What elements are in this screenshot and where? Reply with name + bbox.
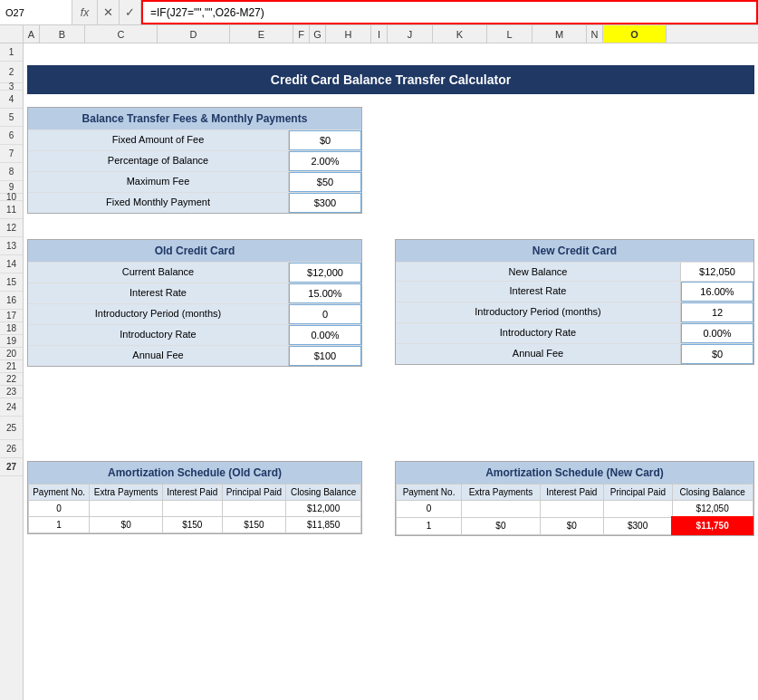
col-header-e[interactable]: E [230, 25, 293, 43]
row-10[interactable]: 10 [0, 194, 23, 201]
col-header-k[interactable]: K [433, 25, 487, 43]
row-17[interactable]: 17 [0, 310, 23, 322]
row-25[interactable]: 25 [0, 417, 23, 440]
amort-old-col-headers: Payment No. Extra Payments Interest Paid… [29, 484, 361, 501]
balance-value-2[interactable]: $50 [289, 172, 361, 192]
amort-old-r0-payment: 0 [29, 501, 90, 517]
old-card-label-3: Introductory Rate [28, 325, 289, 345]
row-21[interactable]: 21 [0, 360, 23, 373]
amort-new-row-1: 1 $0 $0 $300 $11,750 [397, 517, 753, 534]
row-7[interactable]: 7 [0, 145, 23, 163]
new-card-label-1: Interest Rate [396, 282, 681, 302]
new-card-value-4[interactable]: $0 [681, 344, 753, 364]
row-20[interactable]: 20 [0, 348, 23, 360]
row-18[interactable]: 18 [0, 322, 23, 335]
col-header-a[interactable]: A [24, 25, 40, 43]
amort-new-box: Amortization Schedule (New Card) Payment… [395, 461, 754, 536]
row-12[interactable]: 12 [0, 219, 23, 237]
row-14[interactable]: 14 [0, 255, 23, 273]
old-card-label-2: Introductory Period (months) [28, 304, 289, 324]
old-card-section: Old Credit Card Current Balance $12,000 [27, 239, 362, 367]
row-23[interactable]: 23 [0, 386, 23, 398]
row-2[interactable]: 2 [0, 62, 23, 83]
col-header-i[interactable]: I [371, 25, 388, 43]
col-header-j[interactable]: J [388, 25, 433, 43]
amort-new-r0-interest [540, 501, 603, 518]
old-card-value-3[interactable]: 0.00% [289, 325, 361, 345]
row-6[interactable]: 6 [0, 127, 23, 145]
amort-old-r1-payment: 1 [29, 517, 90, 533]
new-card-value-2[interactable]: 12 [681, 302, 753, 322]
old-card-label-0: Current Balance [28, 263, 289, 283]
row-16[interactable]: 16 [0, 292, 23, 310]
new-card-label-0: New Balance [396, 263, 681, 281]
new-card-section: New Credit Card New Balance $12,050 [395, 239, 754, 367]
balance-row-0: Fixed Amount of Fee $0 [28, 129, 361, 150]
new-card-row-3: Introductory Rate 0.00% [396, 322, 753, 343]
amort-new-section: Amortization Schedule (New Card) Payment… [395, 461, 754, 536]
row-27[interactable]: 27 [0, 458, 23, 476]
balance-value-1[interactable]: 2.00% [289, 151, 361, 171]
col-header-f[interactable]: F [293, 25, 310, 43]
old-card-value-2[interactable]: 0 [289, 304, 361, 324]
balance-label-0: Fixed Amount of Fee [28, 130, 289, 150]
amort-new-header: Amortization Schedule (New Card) [396, 462, 753, 484]
row-3[interactable]: 3 [0, 83, 23, 91]
old-card-row-0: Current Balance $12,000 [28, 262, 361, 283]
amortization-section: Amortization Schedule (Old Card) Payment… [27, 461, 754, 536]
new-card-row-4: Annual Fee $0 [396, 343, 753, 364]
column-headers: A B C D E F G H I J K L M N O [0, 25, 758, 43]
cell-reference-box[interactable]: O27 [0, 0, 72, 24]
amort-new-col-1: Extra Payments [462, 484, 541, 501]
confirm-icon[interactable]: ✓ [120, 0, 141, 24]
amort-old-table: Payment No. Extra Payments Interest Paid… [28, 484, 361, 533]
formula-input[interactable]: =IF(J27="","",O26-M27) [141, 0, 758, 24]
row-11[interactable]: 11 [0, 201, 23, 219]
amort-old-r1-extra: $0 [90, 517, 163, 533]
old-card-value-1[interactable]: 15.00% [289, 283, 361, 303]
amort-old-r0-extra [90, 501, 163, 517]
amort-old-row-1: 1 $0 $150 $150 $11,850 [29, 517, 361, 533]
col-header-d[interactable]: D [158, 25, 230, 43]
row-26[interactable]: 26 [0, 440, 23, 458]
row-22[interactable]: 22 [0, 373, 23, 386]
new-card-value-0: $12,050 [681, 263, 753, 281]
grid-content: Credit Card Balance Transfer Calculator … [24, 43, 758, 700]
row-8[interactable]: 8 [0, 163, 23, 181]
row-4[interactable]: 4 [0, 91, 23, 109]
col-header-c[interactable]: C [85, 25, 158, 43]
new-card-value-3[interactable]: 0.00% [681, 323, 753, 343]
balance-label-3: Fixed Monthly Payment [28, 193, 289, 213]
old-card-row-2: Introductory Period (months) 0 [28, 303, 361, 324]
old-card-value-0[interactable]: $12,000 [289, 263, 361, 283]
old-card-row-1: Interest Rate 15.00% [28, 283, 361, 303]
col-header-o[interactable]: O [603, 25, 667, 43]
row-15[interactable]: 15 [0, 273, 23, 292]
col-header-l[interactable]: L [487, 25, 533, 43]
cancel-icon[interactable]: ✕ [98, 0, 120, 24]
row-13[interactable]: 13 [0, 237, 23, 255]
col-header-g[interactable]: G [310, 25, 326, 43]
balance-section: Balance Transfer Fees & Monthly Payments… [27, 107, 362, 214]
row-1[interactable]: 1 [0, 43, 23, 62]
col-header-m[interactable]: M [533, 25, 587, 43]
spreadsheet-title: Credit Card Balance Transfer Calculator [27, 65, 754, 94]
old-card-value-4[interactable]: $100 [289, 346, 361, 366]
amort-old-row-0: 0 $12,000 [29, 501, 361, 517]
balance-value-3[interactable]: $300 [289, 193, 361, 213]
amort-old-box: Amortization Schedule (Old Card) Payment… [27, 461, 362, 534]
old-card-header: Old Credit Card [28, 240, 361, 262]
col-header-h[interactable]: H [326, 25, 371, 43]
row-24[interactable]: 24 [0, 398, 23, 417]
new-card-value-1[interactable]: 16.00% [681, 282, 753, 302]
function-icon: fx [72, 0, 98, 24]
amort-old-col-3: Principal Paid [222, 484, 286, 501]
row-19[interactable]: 19 [0, 335, 23, 348]
col-header-b[interactable]: B [40, 25, 85, 43]
col-header-n[interactable]: N [587, 25, 603, 43]
balance-value-0[interactable]: $0 [289, 130, 361, 150]
formula-text: =IF(J27="","",O26-M27) [150, 6, 264, 19]
new-card-row-0: New Balance $12,050 [396, 262, 753, 281]
row-5[interactable]: 5 [0, 109, 23, 127]
amort-new-col-3: Principal Paid [603, 484, 672, 501]
